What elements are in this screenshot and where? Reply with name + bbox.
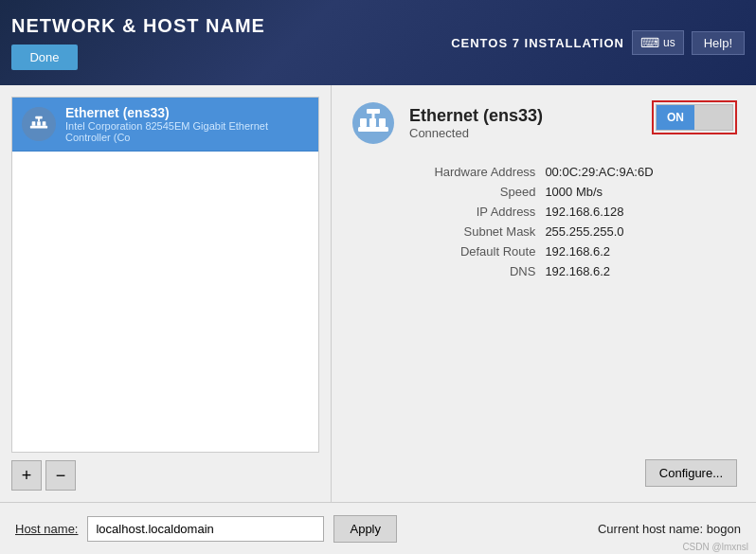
svg-rect-3 (43, 121, 46, 126)
network-item-info: Ethernet (ens33) Intel Corporation 82545… (65, 105, 309, 143)
hostname-label-rest: ost name: (24, 522, 78, 536)
keyboard-icon: ⌨ (640, 35, 659, 50)
dns-value: 192.168.6.2 (545, 264, 737, 278)
page-title: NETWORK & HOST NAME (11, 15, 265, 37)
current-hostname-value: bogon (707, 522, 741, 536)
current-hostname-label: Current host name: (598, 522, 703, 536)
ethernet-icon (22, 107, 56, 141)
svg-rect-1 (32, 121, 36, 126)
svg-rect-9 (369, 118, 376, 127)
left-panel: Ethernet (ens33) Intel Corporation 82545… (0, 85, 332, 502)
header: NETWORK & HOST NAME Done CENTOS 7 INSTAL… (0, 0, 756, 85)
toggle-container[interactable]: ON (652, 100, 737, 134)
header-right: CENTOS 7 INSTALLATION ⌨ us Help! (451, 30, 745, 55)
device-name-block: Ethernet (ens33) Connected (409, 106, 543, 140)
network-item-desc: Intel Corporation 82545EM Gigabit Ethern… (65, 120, 309, 143)
speed-label: Speed (351, 185, 535, 199)
hardware-address-value: 00:0C:29:AC:9A:6D (545, 165, 737, 179)
configure-button[interactable]: Configure... (645, 459, 737, 487)
list-controls: + − (11, 460, 319, 491)
network-list: Ethernet (ens33) Intel Corporation 82545… (11, 97, 319, 453)
svg-rect-7 (358, 127, 388, 132)
bottom-bar: Host name: Apply Current host name: bogo… (0, 502, 756, 554)
subnet-mask-value: 255.255.255.0 (545, 224, 737, 239)
svg-rect-12 (367, 109, 380, 114)
toggle-off-label (694, 105, 732, 130)
hostname-label-underline: H (15, 522, 24, 536)
device-ethernet-icon (351, 100, 396, 146)
svg-rect-2 (37, 121, 41, 126)
default-route-label: Default Route (351, 244, 535, 259)
network-details: Hardware Address 00:0C:29:AC:9A:6D Speed… (351, 165, 737, 278)
apply-button[interactable]: Apply (333, 515, 397, 543)
device-status: Connected (409, 126, 543, 140)
main-area: Ethernet (ens33) Intel Corporation 82545… (0, 85, 756, 502)
current-hostname: Current host name: bogon (598, 522, 741, 536)
subnet-mask-label: Subnet Mask (351, 224, 535, 239)
keyboard-widget[interactable]: ⌨ us (632, 30, 684, 55)
list-item[interactable]: Ethernet (ens33) Intel Corporation 82545… (12, 98, 318, 152)
device-info: Ethernet (ens33) Connected (351, 100, 543, 146)
done-button[interactable]: Done (11, 45, 78, 70)
svg-rect-5 (35, 116, 42, 119)
remove-network-button[interactable]: − (45, 460, 76, 491)
hostname-input[interactable] (87, 516, 324, 542)
watermark: CSDN @lmxnsl (682, 542, 748, 552)
ip-address-value: 192.168.6.128 (545, 205, 737, 219)
svg-rect-0 (30, 126, 47, 129)
ip-address-label: IP Address (351, 205, 535, 219)
hardware-address-label: Hardware Address (351, 165, 535, 179)
device-header: Ethernet (ens33) Connected ON (351, 100, 737, 146)
centos-label: CENTOS 7 INSTALLATION (451, 36, 624, 50)
add-network-button[interactable]: + (11, 460, 42, 491)
right-panel: Ethernet (ens33) Connected ON Hardware A… (332, 85, 756, 502)
hostname-label: Host name: (15, 522, 78, 536)
dns-label: DNS (351, 264, 535, 278)
svg-rect-8 (360, 118, 367, 127)
header-left: NETWORK & HOST NAME Done (11, 15, 265, 70)
default-route-value: 192.168.6.2 (545, 244, 737, 259)
help-button[interactable]: Help! (692, 31, 745, 55)
toggle-switch[interactable]: ON (656, 104, 733, 131)
keyboard-lang: us (663, 36, 675, 49)
device-name: Ethernet (ens33) (409, 106, 543, 126)
svg-rect-10 (379, 118, 386, 127)
network-item-name: Ethernet (ens33) (65, 105, 309, 120)
speed-value: 1000 Mb/s (545, 185, 737, 199)
toggle-on-label: ON (657, 105, 694, 130)
